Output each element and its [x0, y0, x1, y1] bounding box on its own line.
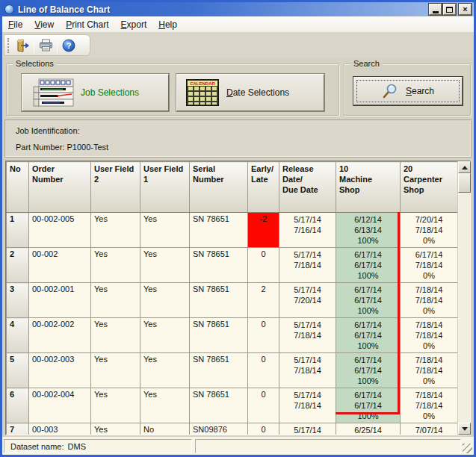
dataset-label: Dataset name:: [10, 442, 64, 451]
table-row[interactable]: 4 00-002-002 Yes Yes SN 78651 0 5/17/147…: [7, 318, 458, 353]
job-identification-panel: Job Identification: Part Number: P1000-T…: [4, 119, 472, 158]
search-button-focus: Search: [356, 80, 460, 102]
resize-grip[interactable]: [463, 444, 472, 453]
search-group: Search Search: [344, 63, 471, 116]
menu-view-rest: iew: [40, 19, 54, 30]
search-button[interactable]: Search: [353, 77, 463, 105]
print-button[interactable]: [37, 37, 55, 55]
early-late-cell: 0: [248, 318, 279, 353]
exit-icon: [16, 39, 29, 52]
carpenter-shop-cell: 7/18/147/18/140%: [401, 353, 458, 388]
row-number-cell: 3: [7, 283, 29, 318]
release-due-cell: 5/17/147/18/14: [279, 248, 336, 283]
table-row[interactable]: 7 00-003 Yes No SN09876 0 5/17/147/07/14…: [7, 423, 458, 435]
release-due-cell: 5/17/147/18/14: [279, 318, 336, 353]
early-late-cell: -2: [248, 213, 279, 248]
user-field-1-cell: No: [140, 423, 190, 435]
menu-file[interactable]: File: [2, 17, 28, 32]
menu-view[interactable]: View: [28, 17, 60, 32]
scroll-down-button[interactable]: [458, 423, 471, 435]
calendar-icon: CALENDAR: [186, 79, 219, 106]
row-number-cell: 5: [7, 353, 29, 388]
maximize-button[interactable]: [443, 4, 456, 15]
menu-view-accel: V: [34, 19, 40, 30]
search-group-label: Search: [350, 58, 383, 69]
row-number-cell: 2: [7, 248, 29, 283]
serial-number-cell: SN 78651: [190, 213, 248, 248]
print-icon: [39, 39, 53, 52]
menu-export[interactable]: Export: [115, 17, 153, 32]
machine-shop-cell: 6/17/146/17/14100%: [336, 318, 401, 353]
help-button[interactable]: ?: [60, 37, 78, 55]
selections-group: Selections: [6, 63, 339, 116]
menu-print-chart[interactable]: Print Chart: [60, 17, 114, 32]
machine-shop-cell: 6/17/146/17/14100%: [336, 353, 401, 388]
lob-grid: No OrderNumber User Field2 User Field1 S…: [6, 161, 457, 435]
release-due-cell: 5/17/147/07/14: [279, 423, 336, 435]
carpenter-shop-cell: 7/18/147/18/140%: [401, 318, 458, 353]
user-field-2-cell: Yes: [91, 423, 140, 435]
job-identification-title: Job Identification:: [16, 126, 80, 135]
line-of-balance-vertical: [398, 212, 400, 414]
toolbar-grip[interactable]: [7, 38, 10, 53]
serial-number-cell: SN 78651: [190, 283, 248, 318]
menu-help-rest: elp: [165, 19, 177, 30]
scrollbar-thumb[interactable]: [458, 173, 471, 193]
minimize-icon: [433, 11, 439, 13]
serial-number-cell: SN 78651: [190, 353, 248, 388]
table-row[interactable]: 6 00-002-004 Yes Yes SN 78651 0 5/17/147…: [7, 388, 458, 423]
exit-button[interactable]: [13, 37, 31, 55]
toolbar: ?: [2, 33, 474, 57]
close-button[interactable]: ×: [459, 4, 472, 15]
release-due-cell: 5/17/147/20/14: [279, 283, 336, 318]
date-selections-button[interactable]: CALENDAR Date Selections: [176, 74, 324, 111]
row-number-cell: 6: [7, 388, 29, 423]
early-late-cell: 0: [248, 248, 279, 283]
col-header-early-late: Early/Late: [248, 162, 279, 213]
order-number-cell: 00-002: [29, 248, 91, 283]
scroll-up-button[interactable]: [458, 161, 471, 173]
carpenter-shop-cell: 6/17/147/18/140%: [401, 248, 458, 283]
row-number-cell: 1: [7, 213, 29, 248]
order-number-cell: 00-002-004: [29, 388, 91, 423]
scroll-down-icon: [462, 427, 468, 431]
table-row[interactable]: 1 00-002-005 Yes Yes SN 78651 -2 5/17/14…: [7, 213, 458, 248]
release-due-cell: 5/17/147/16/14: [279, 213, 336, 248]
line-of-balance-horizontal: [336, 412, 400, 414]
gantt-chart-icon: [33, 78, 75, 107]
machine-shop-cell: 6/12/146/13/14100%: [336, 213, 401, 248]
svg-text:CALENDAR: CALENDAR: [190, 81, 215, 86]
early-late-cell: 0: [248, 353, 279, 388]
table-row[interactable]: 2 00-002 Yes Yes SN 78651 0 5/17/147/18/…: [7, 248, 458, 283]
minimize-button[interactable]: [429, 4, 442, 15]
title-bar: Line of Balance Chart ×: [2, 2, 474, 16]
search-accel: S: [406, 86, 412, 96]
menu-help-accel: H: [158, 19, 165, 30]
table-header-row: No OrderNumber User Field2 User Field1 S…: [7, 162, 458, 213]
menu-export-accel: E: [121, 19, 127, 30]
early-late-cell: 0: [248, 388, 279, 423]
row-number-cell: 4: [7, 318, 29, 353]
menu-help[interactable]: Help: [152, 17, 183, 32]
table-row[interactable]: 5 00-002-003 Yes Yes SN 78651 0 5/17/147…: [7, 353, 458, 388]
col-header-no: No: [7, 162, 29, 213]
order-number-cell: 00-002-005: [29, 213, 91, 248]
date-selections-label: Date Selections: [226, 87, 289, 98]
serial-number-cell: SN 78651: [190, 248, 248, 283]
machine-shop-cell: 6/17/146/17/14100%: [336, 388, 401, 423]
menu-print-accel: P: [66, 19, 72, 30]
vertical-scrollbar[interactable]: [457, 161, 470, 435]
user-field-1-cell: Yes: [140, 283, 190, 318]
lob-table-container: No OrderNumber User Field2 User Field1 S…: [5, 161, 471, 435]
user-field-1-cell: Yes: [140, 353, 190, 388]
close-icon: ×: [463, 5, 467, 13]
user-field-2-cell: Yes: [91, 283, 140, 318]
machine-shop-cell: 6/25/146/26/1410%: [336, 423, 401, 435]
col-header-order-number: OrderNumber: [29, 162, 91, 213]
job-selections-button[interactable]: Job Selections: [22, 74, 169, 111]
table-row[interactable]: 3 00-002-001 Yes Yes SN 78651 2 5/17/147…: [7, 283, 458, 318]
scroll-up-icon: [462, 166, 468, 170]
col-header-release-due: ReleaseDate/Due Date: [279, 162, 336, 213]
toolbar-separator: [57, 38, 58, 53]
carpenter-shop-cell: 7/18/147/18/140%: [401, 283, 458, 318]
